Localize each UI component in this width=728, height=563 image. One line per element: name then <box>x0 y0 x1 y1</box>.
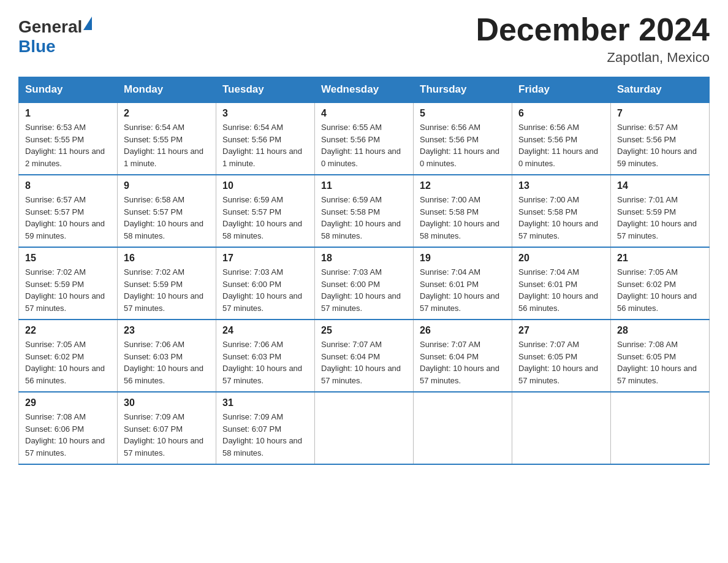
day-info: Sunrise: 7:03 AMSunset: 6:00 PMDaylight:… <box>321 267 401 313</box>
day-info: Sunrise: 6:54 AMSunset: 5:56 PMDaylight:… <box>222 123 302 168</box>
page-subtitle: Zapotlan, Mexico <box>476 50 710 66</box>
day-number: 23 <box>124 325 210 336</box>
calendar-day-cell: 7 Sunrise: 6:57 AMSunset: 5:56 PMDayligh… <box>611 102 710 175</box>
day-info: Sunrise: 7:06 AMSunset: 6:03 PMDaylight:… <box>222 340 302 385</box>
day-number: 22 <box>25 325 111 336</box>
day-number: 9 <box>124 180 210 191</box>
calendar-day-cell: 8 Sunrise: 6:57 AMSunset: 5:57 PMDayligh… <box>19 175 118 247</box>
day-info: Sunrise: 7:05 AMSunset: 6:02 PMDaylight:… <box>25 340 105 385</box>
day-number: 18 <box>321 253 407 264</box>
day-info: Sunrise: 6:59 AMSunset: 5:58 PMDaylight:… <box>321 195 401 240</box>
calendar-day-cell: 17 Sunrise: 7:03 AMSunset: 6:00 PMDaylig… <box>216 247 315 320</box>
calendar-day-cell: 14 Sunrise: 7:01 AMSunset: 5:59 PMDaylig… <box>611 175 710 247</box>
calendar-header-row: SundayMondayTuesdayWednesdayThursdayFrid… <box>19 77 710 103</box>
day-info: Sunrise: 7:01 AMSunset: 5:59 PMDaylight:… <box>617 195 697 240</box>
day-info: Sunrise: 7:07 AMSunset: 6:04 PMDaylight:… <box>321 340 401 385</box>
calendar-week-row: 29 Sunrise: 7:08 AMSunset: 6:06 PMDaylig… <box>19 392 710 464</box>
day-number: 8 <box>25 180 111 191</box>
day-info: Sunrise: 7:02 AMSunset: 5:59 PMDaylight:… <box>124 267 203 313</box>
day-info: Sunrise: 7:00 AMSunset: 5:58 PMDaylight:… <box>420 195 499 240</box>
day-number: 17 <box>222 253 308 264</box>
calendar-week-row: 8 Sunrise: 6:57 AMSunset: 5:57 PMDayligh… <box>19 175 710 247</box>
day-number: 10 <box>222 180 308 191</box>
calendar-day-cell: 9 Sunrise: 6:58 AMSunset: 5:57 PMDayligh… <box>118 175 216 247</box>
calendar-day-header: Sunday <box>19 77 118 103</box>
calendar-day-cell: 31 Sunrise: 7:09 AMSunset: 6:07 PMDaylig… <box>216 392 315 464</box>
calendar-day-cell: 28 Sunrise: 7:08 AMSunset: 6:05 PMDaylig… <box>611 320 710 392</box>
day-number: 16 <box>124 253 210 264</box>
calendar-day-cell: 30 Sunrise: 7:09 AMSunset: 6:07 PMDaylig… <box>118 392 216 464</box>
calendar-day-cell: 12 Sunrise: 7:00 AMSunset: 5:58 PMDaylig… <box>414 175 512 247</box>
calendar-day-cell: 25 Sunrise: 7:07 AMSunset: 6:04 PMDaylig… <box>315 320 414 392</box>
day-info: Sunrise: 7:05 AMSunset: 6:02 PMDaylight:… <box>617 267 697 313</box>
day-info: Sunrise: 7:02 AMSunset: 5:59 PMDaylight:… <box>25 267 105 313</box>
day-number: 13 <box>518 180 604 191</box>
calendar-day-cell <box>512 392 611 464</box>
calendar-day-cell: 20 Sunrise: 7:04 AMSunset: 6:01 PMDaylig… <box>512 247 611 320</box>
day-number: 11 <box>321 180 407 191</box>
day-number: 25 <box>321 325 407 336</box>
day-info: Sunrise: 6:55 AMSunset: 5:56 PMDaylight:… <box>321 123 401 168</box>
day-info: Sunrise: 7:00 AMSunset: 5:58 PMDaylight:… <box>518 195 598 240</box>
calendar-day-cell: 22 Sunrise: 7:05 AMSunset: 6:02 PMDaylig… <box>19 320 118 392</box>
calendar-day-cell <box>315 392 414 464</box>
calendar-day-header: Wednesday <box>315 77 414 103</box>
day-number: 26 <box>420 325 506 336</box>
day-info: Sunrise: 6:58 AMSunset: 5:57 PMDaylight:… <box>124 195 203 240</box>
calendar-day-cell: 4 Sunrise: 6:55 AMSunset: 5:56 PMDayligh… <box>315 102 414 175</box>
day-info: Sunrise: 6:57 AMSunset: 5:57 PMDaylight:… <box>25 195 105 240</box>
day-number: 30 <box>124 397 210 408</box>
logo-blue: Blue <box>18 37 56 56</box>
calendar-day-header: Monday <box>118 77 216 103</box>
logo: General Blue <box>18 17 92 56</box>
calendar-day-cell: 15 Sunrise: 7:02 AMSunset: 5:59 PMDaylig… <box>19 247 118 320</box>
calendar-day-cell: 6 Sunrise: 6:56 AMSunset: 5:56 PMDayligh… <box>512 102 611 175</box>
day-number: 20 <box>518 253 604 264</box>
title-block: December 2024 Zapotlan, Mexico <box>476 12 710 66</box>
calendar-day-cell: 11 Sunrise: 6:59 AMSunset: 5:58 PMDaylig… <box>315 175 414 247</box>
calendar-day-cell: 13 Sunrise: 7:00 AMSunset: 5:58 PMDaylig… <box>512 175 611 247</box>
calendar-day-cell: 24 Sunrise: 7:06 AMSunset: 6:03 PMDaylig… <box>216 320 315 392</box>
day-info: Sunrise: 7:08 AMSunset: 6:05 PMDaylight:… <box>617 340 697 385</box>
day-number: 24 <box>222 325 308 336</box>
day-number: 28 <box>617 325 703 336</box>
day-info: Sunrise: 7:09 AMSunset: 6:07 PMDaylight:… <box>222 412 302 458</box>
day-info: Sunrise: 7:03 AMSunset: 6:00 PMDaylight:… <box>222 267 302 313</box>
calendar-day-cell: 10 Sunrise: 6:59 AMSunset: 5:57 PMDaylig… <box>216 175 315 247</box>
page-header: General Blue December 2024 Zapotlan, Mex… <box>18 12 710 66</box>
calendar-day-cell: 1 Sunrise: 6:53 AMSunset: 5:55 PMDayligh… <box>19 102 118 175</box>
day-number: 14 <box>617 180 703 191</box>
day-info: Sunrise: 6:59 AMSunset: 5:57 PMDaylight:… <box>222 195 302 240</box>
day-number: 31 <box>222 397 308 408</box>
calendar-day-cell: 23 Sunrise: 7:06 AMSunset: 6:03 PMDaylig… <box>118 320 216 392</box>
calendar-day-cell: 26 Sunrise: 7:07 AMSunset: 6:04 PMDaylig… <box>414 320 512 392</box>
calendar-table: SundayMondayTuesdayWednesdayThursdayFrid… <box>18 77 710 465</box>
day-number: 29 <box>25 397 111 408</box>
day-info: Sunrise: 7:04 AMSunset: 6:01 PMDaylight:… <box>420 267 499 313</box>
day-number: 12 <box>420 180 506 191</box>
calendar-day-header: Thursday <box>414 77 512 103</box>
day-info: Sunrise: 7:09 AMSunset: 6:07 PMDaylight:… <box>124 412 203 458</box>
day-number: 5 <box>420 108 506 119</box>
calendar-day-cell: 27 Sunrise: 7:07 AMSunset: 6:05 PMDaylig… <box>512 320 611 392</box>
day-number: 1 <box>25 108 111 119</box>
calendar-day-cell: 3 Sunrise: 6:54 AMSunset: 5:56 PMDayligh… <box>216 102 315 175</box>
calendar-week-row: 22 Sunrise: 7:05 AMSunset: 6:02 PMDaylig… <box>19 320 710 392</box>
day-number: 4 <box>321 108 407 119</box>
day-info: Sunrise: 6:56 AMSunset: 5:56 PMDaylight:… <box>518 123 598 168</box>
day-number: 15 <box>25 253 111 264</box>
calendar-day-cell: 21 Sunrise: 7:05 AMSunset: 6:02 PMDaylig… <box>611 247 710 320</box>
calendar-day-cell <box>414 392 512 464</box>
calendar-day-header: Friday <box>512 77 611 103</box>
calendar-day-cell: 19 Sunrise: 7:04 AMSunset: 6:01 PMDaylig… <box>414 247 512 320</box>
calendar-week-row: 15 Sunrise: 7:02 AMSunset: 5:59 PMDaylig… <box>19 247 710 320</box>
logo-triangle-icon <box>83 17 92 30</box>
calendar-week-row: 1 Sunrise: 6:53 AMSunset: 5:55 PMDayligh… <box>19 102 710 175</box>
day-number: 7 <box>617 108 703 119</box>
day-info: Sunrise: 6:54 AMSunset: 5:55 PMDaylight:… <box>124 123 203 168</box>
calendar-day-cell: 5 Sunrise: 6:56 AMSunset: 5:56 PMDayligh… <box>414 102 512 175</box>
logo-text: General Blue <box>18 17 92 56</box>
day-number: 21 <box>617 253 703 264</box>
day-info: Sunrise: 6:57 AMSunset: 5:56 PMDaylight:… <box>617 123 697 168</box>
day-number: 27 <box>518 325 604 336</box>
